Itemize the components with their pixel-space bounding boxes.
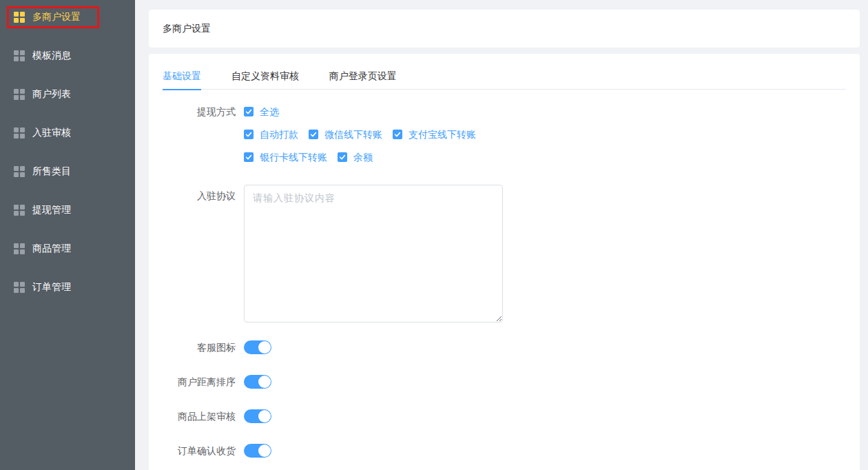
toggle-knob bbox=[258, 376, 271, 388]
checkbox-checked-icon bbox=[244, 107, 254, 116]
settings-card: 基础设置 自定义资料审核 商户登录页设置 提现方式 全选 bbox=[149, 54, 860, 470]
checkbox-checked-icon bbox=[309, 130, 318, 139]
toggle-knob bbox=[258, 445, 271, 457]
withdraw-method-group: 提现方式 全选 bbox=[163, 107, 846, 162]
basic-settings-form: 提现方式 全选 bbox=[163, 90, 846, 458]
sidebar-item-order-management[interactable]: 订单管理 bbox=[0, 268, 135, 307]
checkbox-label: 全选 bbox=[260, 107, 279, 116]
grid-menu-icon bbox=[14, 282, 25, 293]
sidebar-menu: 多商户设置 模板消息 商户列表 入驻审核 所售类目 提现管理 商品管理 bbox=[0, 0, 135, 307]
withdraw-method-label: 提现方式 bbox=[163, 107, 244, 162]
checkbox-label: 自动打款 bbox=[260, 130, 298, 139]
sidebar-item-entry-review[interactable]: 入驻审核 bbox=[0, 114, 135, 152]
sidebar-item-label: 多商户设置 bbox=[32, 11, 81, 23]
withdraw-method-options: 全选 自动打款 bbox=[244, 107, 486, 162]
sidebar-item-label: 订单管理 bbox=[32, 281, 71, 294]
product-listing-review-toggle[interactable] bbox=[244, 409, 271, 423]
merchant-distance-sort-label: 商户距离排序 bbox=[163, 375, 244, 389]
sidebar-item-label: 提现管理 bbox=[32, 204, 71, 216]
checkbox-checked-icon bbox=[244, 130, 254, 139]
product-listing-review-row: 商品上架审核 bbox=[163, 409, 846, 423]
checkbox-row: 自动打款 微信线下转账 支付宝线下转账 bbox=[244, 130, 486, 139]
checkbox-auto-payment[interactable]: 自动打款 bbox=[244, 130, 298, 139]
order-confirm-receipt-toggle[interactable] bbox=[244, 444, 271, 458]
sidebar-item-label: 所售类目 bbox=[32, 165, 71, 178]
order-confirm-receipt-row: 订单确认收货 bbox=[163, 444, 846, 458]
grid-menu-icon bbox=[14, 12, 25, 23]
checkbox-label: 银行卡线下转账 bbox=[260, 152, 327, 162]
sidebar-item-label: 商户列表 bbox=[32, 88, 71, 101]
checkbox-row: 银行卡线下转账 余额 bbox=[244, 152, 486, 162]
grid-menu-icon bbox=[14, 50, 25, 61]
toggle-knob bbox=[258, 410, 271, 422]
merchant-distance-sort-row: 商户距离排序 bbox=[163, 375, 846, 389]
grid-menu-icon bbox=[14, 243, 25, 254]
customer-service-icon-label: 客服图标 bbox=[163, 340, 244, 354]
checkbox-row: 全选 bbox=[244, 107, 486, 116]
tab-merchant-login-page[interactable]: 商户登录页设置 bbox=[329, 62, 397, 90]
checkbox-label: 微信线下转账 bbox=[324, 130, 382, 139]
grid-menu-icon bbox=[14, 205, 25, 216]
sidebar-item-label: 入驻审核 bbox=[32, 127, 71, 139]
product-listing-review-label: 商品上架审核 bbox=[163, 409, 244, 423]
checkbox-checked-icon bbox=[338, 152, 347, 162]
checkbox-balance[interactable]: 余额 bbox=[338, 152, 373, 162]
checkbox-wechat-offline-transfer[interactable]: 微信线下转账 bbox=[309, 130, 382, 139]
sidebar: 多商户设置 模板消息 商户列表 入驻审核 所售类目 提现管理 商品管理 bbox=[0, 0, 135, 470]
sidebar-item-template-messages[interactable]: 模板消息 bbox=[0, 37, 135, 75]
checkbox-label: 余额 bbox=[353, 152, 373, 162]
order-confirm-receipt-label: 订单确认收货 bbox=[163, 444, 244, 458]
checkbox-label: 支付宝线下转账 bbox=[409, 130, 476, 139]
checkbox-select-all[interactable]: 全选 bbox=[244, 107, 279, 116]
checkbox-checked-icon bbox=[393, 130, 402, 139]
merchant-distance-sort-toggle[interactable] bbox=[244, 375, 271, 389]
checkbox-bankcard-offline-transfer[interactable]: 银行卡线下转账 bbox=[244, 152, 327, 162]
page-title: 多商户设置 bbox=[163, 23, 211, 35]
tab-basic-settings[interactable]: 基础设置 bbox=[163, 62, 201, 90]
grid-menu-icon bbox=[14, 127, 25, 139]
sidebar-item-merchant-list[interactable]: 商户列表 bbox=[0, 75, 135, 114]
customer-service-icon-row: 客服图标 bbox=[163, 340, 846, 354]
customer-service-icon-toggle[interactable] bbox=[244, 340, 271, 354]
grid-menu-icon bbox=[14, 89, 25, 100]
main-content: 多商户设置 基础设置 自定义资料审核 商户登录页设置 提现方式 全选 bbox=[135, 0, 868, 470]
entry-agreement-group: 入驻协议 bbox=[163, 185, 846, 323]
toggle-knob bbox=[258, 341, 271, 354]
sidebar-item-label: 商品管理 bbox=[32, 243, 71, 255]
sidebar-item-sold-categories[interactable]: 所售类目 bbox=[0, 152, 135, 191]
checkbox-alipay-offline-transfer[interactable]: 支付宝线下转账 bbox=[393, 130, 476, 139]
sidebar-item-label: 模板消息 bbox=[32, 50, 71, 62]
entry-agreement-textarea[interactable] bbox=[244, 185, 503, 323]
page-header: 多商户设置 bbox=[149, 10, 860, 48]
sidebar-item-multi-merchant-settings[interactable]: 多商户设置 bbox=[0, 0, 135, 37]
tab-custom-info-review[interactable]: 自定义资料审核 bbox=[231, 62, 299, 90]
entry-agreement-label: 入驻协议 bbox=[163, 185, 244, 323]
grid-menu-icon bbox=[14, 166, 25, 177]
sidebar-item-product-management[interactable]: 商品管理 bbox=[0, 229, 135, 268]
tab-bar: 基础设置 自定义资料审核 商户登录页设置 bbox=[163, 62, 846, 90]
checkbox-checked-icon bbox=[244, 152, 254, 162]
sidebar-item-withdrawal-management[interactable]: 提现管理 bbox=[0, 191, 135, 229]
